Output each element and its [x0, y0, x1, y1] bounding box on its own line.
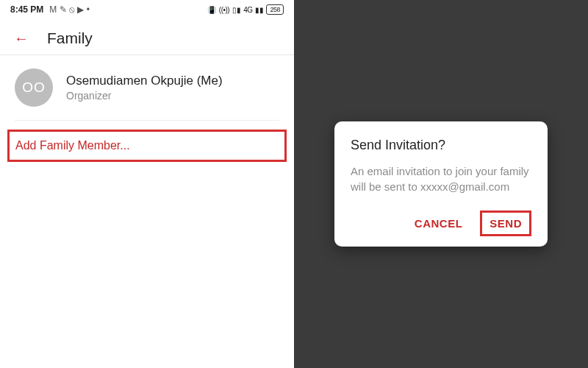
dialog-body: An email invitation to join your family … — [351, 163, 531, 194]
youtube-icon: ▶ — [77, 4, 84, 15]
cancel-button[interactable]: CANCEL — [407, 211, 470, 236]
status-bar-left: 8:45 PM M ✎ ⦸ ▶ • — [10, 4, 90, 15]
dialog-title: Send Invitation? — [351, 138, 531, 153]
status-bar-right: 📳 ((•)) ▯▮ 4G ▮▮ 258 — [207, 4, 284, 15]
battery-indicator: 258 — [266, 4, 284, 15]
member-text: Osemudiamen Okpujie (Me) Organizer — [66, 74, 223, 102]
status-bar: 8:45 PM M ✎ ⦸ ▶ • 📳 ((•)) ▯▮ 4G ▮▮ 258 — [0, 0, 294, 19]
dialog-actions: CANCEL SEND — [351, 210, 531, 236]
add-member-section: Add Family Member... — [0, 121, 294, 171]
signal-icon: ▯▮ — [232, 6, 240, 14]
avatar: OO — [15, 68, 53, 107]
screen-header: ← Family — [0, 19, 294, 54]
wrench-icon: ✎ — [60, 4, 67, 15]
data-icon: 4G — [243, 6, 252, 14]
back-arrow-icon[interactable]: ← — [13, 30, 29, 46]
send-invitation-dialog: Send Invitation? An email invitation to … — [334, 121, 548, 247]
gmail-icon: M — [49, 4, 57, 15]
vibrate-icon: 📳 — [207, 6, 216, 14]
member-role: Organizer — [66, 90, 223, 102]
page-title: Family — [47, 29, 93, 47]
family-member-row[interactable]: OO Osemudiamen Okpujie (Me) Organizer — [0, 55, 294, 120]
dialog-overlay: Send Invitation? An email invitation to … — [294, 0, 588, 368]
status-left-icons: M ✎ ⦸ ▶ • — [49, 4, 90, 15]
hotspot-icon: ((•)) — [219, 6, 229, 14]
signal-strength-icon: ▮▮ — [255, 6, 263, 14]
send-button[interactable]: SEND — [480, 210, 531, 236]
more-dot-icon: • — [87, 4, 90, 15]
member-name: Osemudiamen Okpujie (Me) — [66, 74, 223, 88]
do-not-disturb-icon: ⦸ — [69, 4, 75, 15]
status-time: 8:45 PM — [10, 4, 43, 15]
family-screen: 8:45 PM M ✎ ⦸ ▶ • 📳 ((•)) ▯▮ 4G ▮▮ 258 ←… — [0, 0, 294, 368]
add-family-member-link[interactable]: Add Family Member... — [7, 130, 287, 162]
